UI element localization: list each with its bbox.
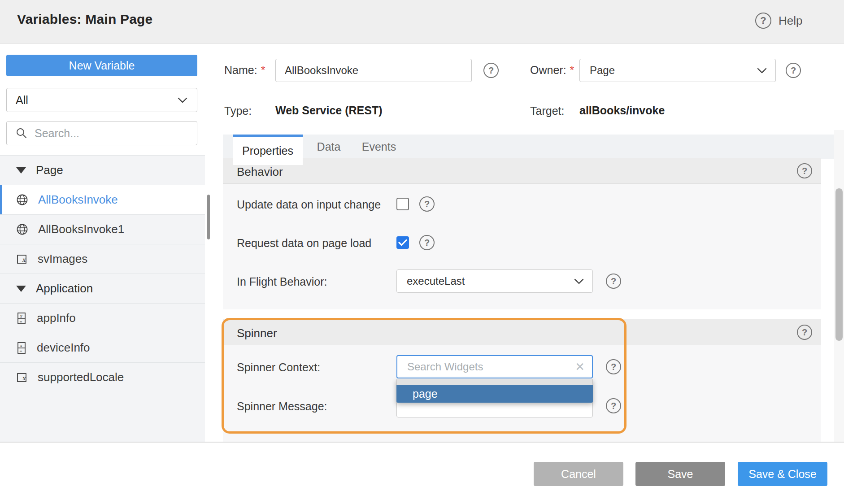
model-variable-icon: x ∞ [16, 342, 27, 354]
owner-select[interactable]: Page [579, 59, 776, 82]
request-data-checkbox[interactable] [396, 236, 409, 249]
spinner-message-help-icon[interactable]: ? [606, 398, 621, 413]
spinner-section-help-icon[interactable]: ? [797, 325, 812, 340]
spinner-context-placeholder: Search Widgets [407, 361, 483, 373]
spinner-section-header: Spinner ? [223, 319, 821, 345]
tab-properties[interactable]: Properties [233, 135, 303, 165]
request-data-label: Request data on page load [237, 237, 371, 250]
tree-item-allbooksinvoke1[interactable]: AllBooksInvoke1 [0, 215, 205, 244]
svg-text:x: x [20, 343, 22, 348]
cancel-button[interactable]: Cancel [534, 462, 623, 486]
tree-item-appinfo[interactable]: x ∞ appInfo [0, 304, 205, 333]
owner-value: Page [590, 64, 615, 77]
footer-divider [0, 442, 844, 443]
help-label: Help [779, 14, 802, 28]
variable-filter-select[interactable]: All [6, 88, 197, 112]
tab-events[interactable]: Events [357, 135, 401, 159]
required-asterisk: * [261, 64, 265, 76]
request-data-help-icon[interactable]: ? [419, 235, 435, 250]
dropdown-option-page[interactable]: page [396, 385, 593, 403]
save-button[interactable]: Save [635, 462, 725, 486]
web-service-globe-icon [16, 194, 28, 206]
in-flight-select[interactable]: executeLast [396, 269, 593, 293]
spinner-context-input[interactable]: Search Widgets ✕ [396, 355, 593, 378]
behavior-section-title: Behavior [237, 165, 283, 179]
help-question-icon[interactable]: ? [755, 13, 771, 29]
type-label: Type: [224, 104, 252, 117]
behavior-section-header: Behavior ? [223, 158, 821, 184]
tree-item-supportedlocale[interactable]: x supportedLocale [0, 363, 205, 392]
chevron-down-icon [757, 67, 767, 74]
name-input[interactable] [275, 59, 472, 82]
static-variable-icon: x [16, 253, 28, 265]
search-icon [16, 127, 27, 139]
page-title: Variables: Main Page [17, 12, 152, 27]
web-service-globe-icon [16, 223, 28, 235]
svg-text:∞: ∞ [19, 349, 22, 353]
checkmark-icon [398, 239, 407, 246]
spinner-message-label: Spinner Message: [237, 400, 327, 413]
dropdown-top-strip [396, 379, 593, 385]
help-link[interactable]: ? Help [755, 13, 802, 29]
svg-text:x: x [20, 313, 22, 318]
update-data-label: Update data on input change [237, 198, 381, 211]
collapse-triangle-icon[interactable] [16, 167, 26, 174]
clear-icon[interactable]: ✕ [575, 360, 585, 374]
owner-label: Owner:* [530, 64, 574, 77]
svg-text:∞: ∞ [19, 320, 22, 324]
spinner-context-label: Spinner Context: [237, 361, 320, 374]
save-close-button[interactable]: Save & Close [738, 462, 827, 486]
in-flight-value: executeLast [407, 275, 465, 287]
widget-dropdown: page [396, 379, 593, 403]
chevron-down-icon [574, 278, 584, 285]
in-flight-help-icon[interactable]: ? [606, 274, 621, 289]
variables-sidebar: New Variable All Page AllBooksInvoke [0, 44, 205, 442]
in-flight-label: In Flight Behavior: [237, 275, 327, 288]
variable-search-input[interactable] [35, 127, 188, 140]
selected-indicator [0, 185, 2, 214]
model-variable-icon: x ∞ [16, 312, 27, 325]
behavior-section-help-icon[interactable]: ? [797, 163, 812, 178]
sidebar-empty-area [0, 392, 205, 442]
owner-help-icon[interactable]: ? [786, 63, 801, 78]
update-data-help-icon[interactable]: ? [419, 196, 435, 212]
type-value: Web Service (REST) [275, 104, 383, 117]
tree-item-deviceinfo[interactable]: x ∞ deviceInfo [0, 333, 205, 363]
required-asterisk: * [570, 64, 574, 76]
chevron-down-icon [177, 97, 188, 104]
target-value: allBooks/invoke [579, 104, 665, 117]
spinner-section-title: Spinner [237, 326, 277, 340]
target-label: Target: [530, 104, 564, 117]
main-scrollbar[interactable] [835, 188, 843, 341]
variable-filter-value: All [16, 94, 28, 107]
tree-item-svimages[interactable]: x svImages [0, 244, 205, 274]
spinner-context-help-icon[interactable]: ? [606, 359, 621, 374]
collapse-triangle-icon[interactable] [16, 286, 26, 292]
name-help-icon[interactable]: ? [483, 63, 499, 78]
variable-tree: Page AllBooksInvoke AllBooksInvoke1 [0, 155, 205, 392]
tab-data[interactable]: Data [310, 135, 348, 159]
name-label: Name:* [224, 64, 265, 77]
tree-group-application[interactable]: Application [0, 274, 205, 304]
tree-item-allbooksinvoke[interactable]: AllBooksInvoke [0, 185, 205, 215]
variable-search-box[interactable] [6, 121, 197, 145]
new-variable-button[interactable]: New Variable [6, 55, 197, 76]
sidebar-scrollbar[interactable] [207, 195, 210, 239]
tree-group-page[interactable]: Page [0, 156, 205, 185]
update-data-checkbox[interactable] [396, 198, 409, 210]
static-variable-icon: x [16, 372, 28, 383]
